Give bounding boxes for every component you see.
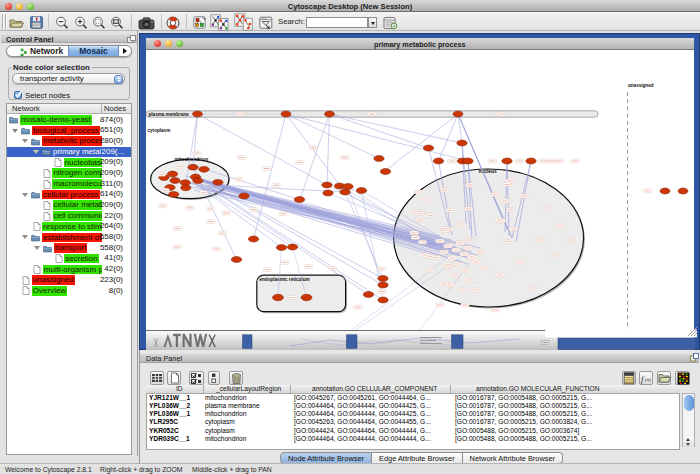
svg-text:(x): (x): [645, 377, 651, 382]
svg-text:plasma membrane: plasma membrane: [149, 112, 190, 117]
svg-text:mitochondrion: mitochondrion: [175, 157, 209, 162]
svg-text:unassigned: unassigned: [628, 83, 654, 88]
svg-text:cytoplasm: cytoplasm: [148, 128, 171, 133]
